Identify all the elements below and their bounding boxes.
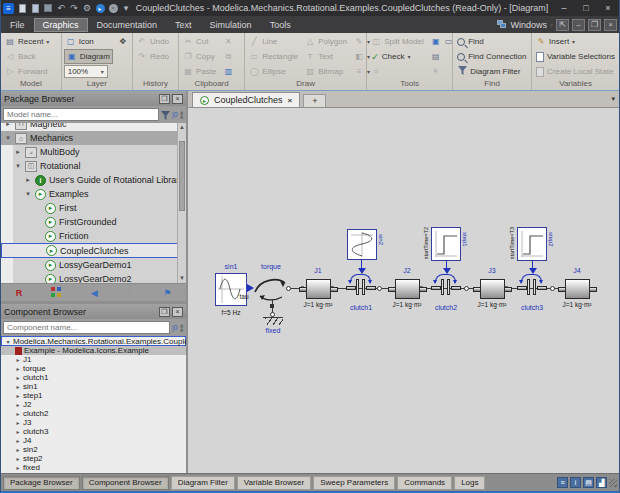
fixed-ground-icon[interactable] bbox=[263, 317, 283, 325]
screen-split-icon[interactable]: ▣▭ bbox=[429, 34, 456, 49]
j4-inertia-block[interactable] bbox=[565, 279, 590, 299]
clutch2-block[interactable] bbox=[431, 272, 461, 302]
check-button[interactable]: ✓Check▾ bbox=[369, 49, 426, 64]
minimize-button[interactable]: – bbox=[553, 1, 575, 16]
tree-item-friction[interactable]: ▸Friction bbox=[1, 229, 186, 243]
stop-icon[interactable]: × bbox=[108, 3, 118, 14]
component-item-j3[interactable]: ▸J3 bbox=[1, 418, 186, 427]
tree-item-rotational[interactable]: ▾◫Rotational bbox=[1, 159, 186, 173]
menu-file[interactable]: File bbox=[1, 18, 34, 32]
clutch3-block[interactable] bbox=[517, 272, 547, 302]
float-panel-icon[interactable]: ❐ bbox=[159, 94, 170, 104]
redo-icon[interactable]: ↷ bbox=[69, 3, 79, 14]
copy-button[interactable]: ❐Copy bbox=[181, 49, 218, 64]
icon-layer-button[interactable]: ▢Icon bbox=[64, 34, 113, 49]
menu-tools[interactable]: Tools bbox=[261, 18, 300, 32]
statusbar-package-browser[interactable]: Package Browser bbox=[3, 476, 80, 490]
find-connection-button[interactable]: Find Connection bbox=[455, 49, 528, 64]
windows-menu[interactable]: Windows bbox=[510, 20, 547, 30]
step2-block[interactable] bbox=[517, 227, 547, 261]
draw-polygon-button[interactable]: △Polygon bbox=[303, 34, 349, 49]
component-item-torque[interactable]: ▸torque bbox=[1, 364, 186, 373]
status-doc-icon[interactable]: ▤ bbox=[583, 477, 594, 488]
nav-forward-icon[interactable]: ▶ bbox=[127, 288, 134, 298]
tree-item-magnetic[interactable]: ▸⊓Magnetic bbox=[1, 123, 186, 131]
component-item-step2[interactable]: ▸step2 bbox=[1, 454, 186, 463]
close-button[interactable]: × bbox=[597, 1, 619, 16]
library-grid-icon[interactable] bbox=[51, 287, 61, 299]
undo-icon[interactable]: ↶ bbox=[56, 3, 66, 14]
split-model-button[interactable]: ◫Split Model bbox=[369, 34, 426, 49]
draw-text-button[interactable]: TText bbox=[303, 49, 349, 64]
close-panel-icon[interactable]: × bbox=[172, 94, 183, 104]
component-item-sin2[interactable]: ▸sin2 bbox=[1, 445, 186, 454]
mdi-close-button[interactable]: × bbox=[604, 19, 617, 31]
draw-ellipse-button[interactable]: ◯Ellipse bbox=[247, 64, 300, 79]
status-info-icon[interactable]: i bbox=[570, 477, 581, 488]
delete-icon[interactable]: ✕ bbox=[221, 34, 235, 49]
app-icon[interactable]: ≡ bbox=[3, 3, 14, 14]
maximize-button[interactable]: □ bbox=[575, 1, 597, 16]
model-settings-icon[interactable]: ▤ bbox=[429, 49, 456, 64]
package-tree-scrollbar[interactable]: ▲ ▼ bbox=[177, 123, 186, 283]
component-item-j1[interactable]: ▸J1 bbox=[1, 355, 186, 364]
redo-button[interactable]: ↷Redo bbox=[135, 49, 171, 64]
connection-tool-icon[interactable]: ⑂ bbox=[429, 64, 456, 79]
collapse-all-icon[interactable]: ∧∧ bbox=[180, 111, 184, 119]
paste-special-icon[interactable]: ▥ bbox=[221, 64, 235, 79]
statusbar-logs[interactable]: Logs bbox=[454, 476, 485, 490]
component-item-fixed[interactable]: ▸fixed bbox=[1, 463, 186, 472]
statusbar-commands[interactable]: Commands bbox=[397, 476, 452, 490]
settings-icon[interactable]: ⚙ bbox=[82, 3, 92, 14]
mdi-float-button[interactable]: ⇱ bbox=[556, 19, 569, 31]
component-item-clutch2[interactable]: ▸clutch2 bbox=[1, 409, 186, 418]
new-file-icon[interactable] bbox=[17, 3, 27, 14]
statusbar-variable-browser[interactable]: Variable Browser bbox=[237, 476, 311, 490]
tree-item-users-guide[interactable]: ▸iUser's Guide of Rotational Library bbox=[1, 173, 186, 187]
toolbar-overflow-icon[interactable]: ▾ bbox=[121, 3, 131, 14]
grid-settings-icon[interactable]: ⌗ bbox=[369, 64, 426, 79]
draw-bitmap-button[interactable]: ▨Bitmap bbox=[303, 64, 349, 79]
component-item-sin1[interactable]: ▸sin1 bbox=[1, 382, 186, 391]
tab-close-icon[interactable]: × bbox=[288, 96, 293, 105]
component-item-clutch1[interactable]: ▸clutch1 bbox=[1, 373, 186, 382]
paste-button[interactable]: ▦Paste bbox=[181, 64, 218, 79]
collapse-all-icon[interactable]: ∧∧ bbox=[180, 324, 184, 332]
tree-item-multibody[interactable]: ▸⟓MultiBody bbox=[1, 145, 186, 159]
tree-item-lossygeardemo2[interactable]: ▸LossyGearDemo2 bbox=[1, 272, 186, 283]
recent-button[interactable]: ▤Recent▾ bbox=[3, 34, 51, 49]
component-root[interactable]: ▾Modelica.Mechanics.Rotational.Examples.… bbox=[1, 336, 186, 346]
component-item-j4[interactable]: ▸J4 bbox=[1, 436, 186, 445]
component-item-j2[interactable]: ▸J2 bbox=[1, 400, 186, 409]
tree-item-lossygeardemo1[interactable]: ▸LossyGearDemo1 bbox=[1, 258, 186, 272]
create-local-state-button[interactable]: Create Local State bbox=[534, 64, 617, 79]
cut-button[interactable]: ✂Cut bbox=[181, 34, 218, 49]
step1-block[interactable] bbox=[431, 227, 461, 261]
draw-line-button[interactable]: ╱Line bbox=[247, 34, 300, 49]
status-chart-icon[interactable]: ▟ bbox=[596, 477, 607, 488]
back-button[interactable]: ◁Back bbox=[3, 49, 51, 64]
bookmark-flag-icon[interactable]: ⚑ bbox=[163, 288, 171, 298]
sin2-block[interactable] bbox=[347, 229, 377, 260]
menu-graphics[interactable]: Graphics bbox=[34, 18, 88, 32]
diagram-filter-button[interactable]: Diagram Filter bbox=[455, 64, 528, 79]
filter-funnel-icon[interactable] bbox=[161, 106, 170, 124]
fit-view-icon[interactable]: ✥ bbox=[116, 34, 130, 49]
j2-inertia-block[interactable] bbox=[395, 279, 420, 299]
diagram-canvas[interactable]: sin1 f=5 Hz torque tau fixed bbox=[188, 108, 619, 473]
component-item-step1[interactable]: ▸step1 bbox=[1, 391, 186, 400]
package-search-input[interactable] bbox=[3, 108, 159, 121]
float-panel-icon[interactable]: ❐ bbox=[159, 307, 170, 317]
status-layers-icon[interactable]: ≡ bbox=[557, 477, 568, 488]
component-example-row[interactable]: Example - Modelica.Icons.Example bbox=[1, 346, 186, 355]
component-item-clutch3[interactable]: ▸clutch3 bbox=[1, 427, 186, 436]
j1-inertia-block[interactable] bbox=[306, 279, 331, 299]
tab-coupledclutches[interactable]: ▸ CoupledClutches × bbox=[192, 92, 300, 107]
insert-button[interactable]: ✎Insert▾ bbox=[534, 34, 617, 49]
close-panel-icon[interactable]: × bbox=[172, 307, 183, 317]
nav-back-icon[interactable]: ◀ bbox=[91, 288, 98, 298]
statusbar-component-browser[interactable]: Component Browser bbox=[82, 476, 169, 490]
menu-simulation[interactable]: Simulation bbox=[201, 18, 261, 32]
tree-item-coupledclutches[interactable]: ▸CoupledClutches bbox=[1, 243, 186, 258]
draw-rectangle-button[interactable]: ▭Rectangle bbox=[247, 49, 300, 64]
